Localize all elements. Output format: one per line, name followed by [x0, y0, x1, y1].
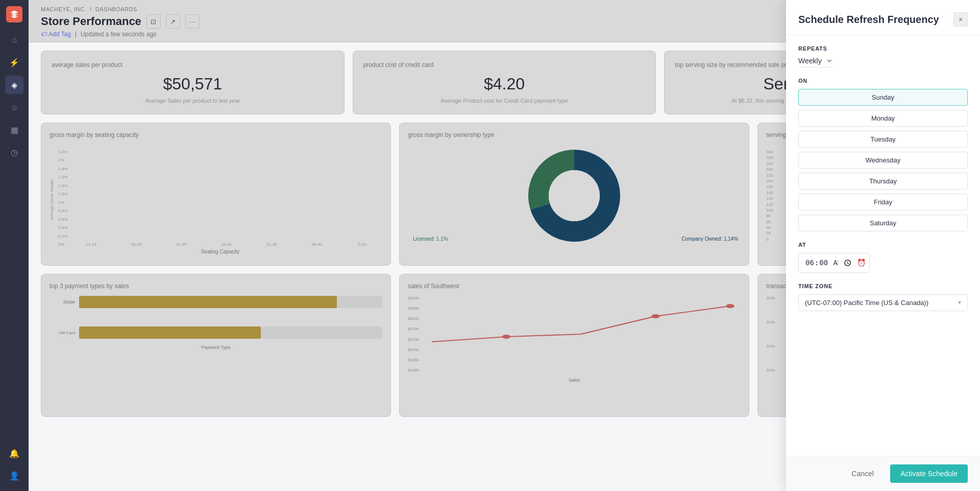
at-label: AT	[798, 242, 968, 248]
bar-6: 5-10	[341, 240, 382, 247]
add-tag-link[interactable]: 🏷 Add Tag	[41, 31, 71, 38]
activate-schedule-button[interactable]: Activate Schedule	[890, 464, 968, 483]
sidebar: ⌂ ⚡ ◈ ☆ ▦ ◷ 🔔 👤	[0, 0, 29, 491]
day-friday[interactable]: Friday	[798, 194, 968, 211]
timezone-value: (UTC-07:00) Pacific Time (US & Canada))	[805, 299, 928, 307]
donut-chart-title: gross margin by ownership type	[408, 131, 741, 138]
day-wednesday[interactable]: Wednesday	[798, 152, 968, 169]
page-title: Store Performance	[41, 15, 141, 28]
app-logo[interactable]	[6, 6, 22, 22]
donut-label-licensed: Licensed: 1.1%	[413, 236, 448, 242]
metric-value-1: $4.20	[363, 75, 646, 93]
share-icon-btn[interactable]: ↗	[166, 14, 180, 29]
panel-title: Schedule Refresh Frequency	[798, 14, 939, 26]
payment-y-axis-label: Payment Type	[50, 345, 382, 350]
sidebar-item-lightning[interactable]: ⚡	[5, 53, 23, 72]
day-saturday[interactable]: Saturday	[798, 215, 968, 231]
southwest-chart-card: sales of Southwest $300k $280k $260k $24…	[399, 274, 749, 417]
panel-footer: Cancel Activate Schedule	[786, 456, 980, 491]
tag-icon: 🏷	[41, 31, 47, 38]
timezone-select[interactable]: (UTC-07:00) Pacific Time (US & Canada)) …	[798, 294, 968, 311]
svg-point-2	[549, 170, 600, 221]
timezone-label: TIME ZONE	[798, 283, 968, 289]
southwest-chart-title: sales of Southwest	[408, 283, 741, 290]
sidebar-item-clock[interactable]: ◷	[5, 143, 23, 161]
panel-body: REPEATS Weekly Daily Monthly ON Sunday M…	[786, 35, 980, 456]
panel-close-button[interactable]: ×	[953, 12, 968, 27]
svg-point-5	[726, 304, 734, 308]
sidebar-item-star[interactable]: ☆	[5, 98, 23, 116]
day-buttons: Sunday Monday Tuesday Wednesday Thursday…	[798, 89, 968, 231]
more-icon-btn[interactable]: ···	[185, 14, 200, 29]
bar-1: 16-20	[116, 240, 157, 247]
svg-point-3	[502, 335, 511, 339]
metric-desc-0: Average Sales per product in last year	[52, 98, 334, 104]
metric-desc-1: Average Product cost for Credit Card pay…	[363, 98, 646, 104]
bar-5: 36-40	[296, 240, 337, 247]
timezone-chevron-icon: ▾	[958, 299, 961, 306]
metric-title-0: average sales per product	[52, 61, 334, 68]
day-sunday[interactable]: Sunday	[798, 89, 968, 106]
metric-card-0: average sales per product $50,571 Averag…	[41, 51, 345, 114]
schedule-panel: Schedule Refresh Frequency × REPEATS Wee…	[786, 0, 980, 491]
metric-title-1: product cost of Credit Card	[363, 61, 646, 68]
day-tuesday[interactable]: Tuesday	[798, 131, 968, 148]
bar-2: 21-25	[161, 240, 202, 247]
y-axis-label: Average Gross Margin	[50, 179, 54, 220]
donut-chart-card: gross margin by ownership type Licensed:…	[399, 123, 749, 266]
bar-chart-title: gross margin by seating capacity	[50, 131, 382, 138]
bar-0: 11-15	[70, 240, 111, 247]
panel-header: Schedule Refresh Frequency ×	[786, 0, 980, 35]
bar-3: 26-30	[206, 240, 247, 247]
bar-chart-card: gross margin by seating capacity Average…	[41, 123, 391, 266]
on-label: ON	[798, 78, 968, 84]
metric-value-0: $50,571	[52, 75, 334, 93]
updated-time: Updated a few seconds ago	[81, 31, 157, 38]
sidebar-item-bell[interactable]: 🔔	[5, 444, 23, 462]
sidebar-item-user[interactable]: 👤	[5, 466, 23, 485]
sales-x-label: Sales	[408, 378, 741, 383]
repeat-select-row: Weekly Daily Monthly	[798, 57, 968, 67]
svg-point-4	[651, 314, 660, 318]
x-axis-label: Seating Capacity	[58, 249, 382, 254]
day-monday[interactable]: Monday	[798, 110, 968, 127]
metric-card-1: product cost of Credit Card $4.20 Averag…	[353, 51, 656, 114]
day-thursday[interactable]: Thursday	[798, 173, 968, 190]
payment-chart-title: top 3 payment types by sales	[50, 283, 382, 290]
clock-icon: ⏰	[857, 259, 866, 267]
payment-chart-card: top 3 payment types by sales Stripe Gift…	[41, 274, 391, 417]
monitor-icon-btn[interactable]: ⊡	[146, 14, 161, 29]
sidebar-item-home[interactable]: ⌂	[5, 31, 23, 49]
sidebar-item-layers[interactable]: ◈	[5, 76, 23, 94]
chevron-down-icon	[826, 57, 833, 64]
payment-bar-label-0: Stripe	[50, 299, 75, 305]
cancel-button[interactable]: Cancel	[841, 464, 884, 483]
payment-bar-label-1: Gift Card	[50, 331, 75, 335]
bar-4: 31-35	[251, 240, 292, 247]
sidebar-item-database[interactable]: ▦	[5, 121, 23, 139]
repeat-frequency-select[interactable]: Weekly Daily Monthly	[798, 57, 824, 65]
donut-label-company: Company Owned: 1.14%	[681, 236, 738, 242]
repeats-label: REPEATS	[798, 45, 968, 52]
